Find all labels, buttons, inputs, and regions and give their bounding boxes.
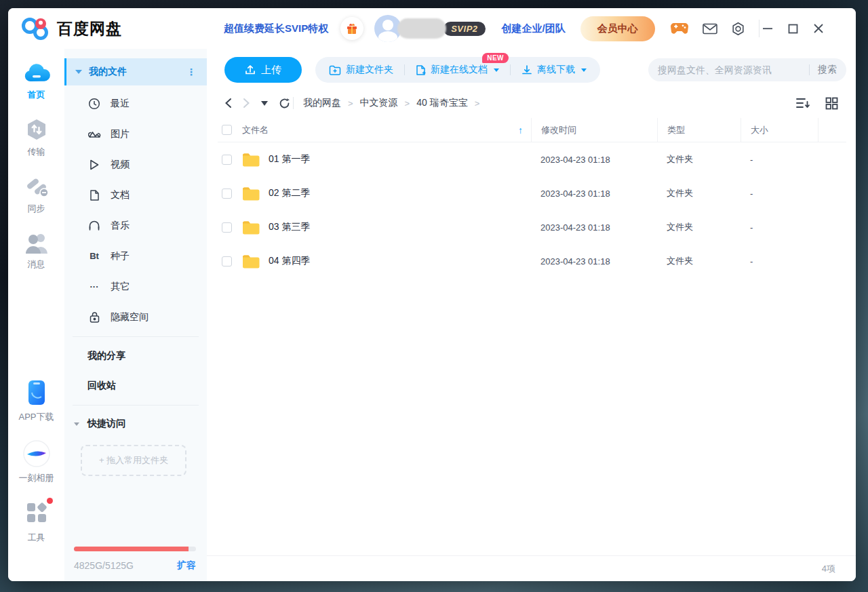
- file-size: -: [741, 155, 818, 165]
- nav-item-hidden-space[interactable]: 隐藏空间: [64, 302, 207, 332]
- file-name[interactable]: 03 第三季: [269, 221, 310, 233]
- nav-item-images[interactable]: 图片: [64, 119, 207, 149]
- table-row[interactable]: 01 第一季 2023-04-23 01:18 文件夹 -: [218, 142, 846, 176]
- titlebar: 百度网盘 超值续费延长SVIP特权 SVIP2 创建企业/团队 会员中心: [8, 8, 856, 49]
- transfer-icon: [25, 118, 48, 141]
- item-count: 4项: [822, 563, 835, 575]
- messages-icon: [24, 232, 49, 254]
- quick-access-drop-zone[interactable]: + 拖入常用文件夹: [81, 445, 186, 476]
- rail-item-home[interactable]: 首页: [8, 62, 64, 101]
- select-all-checkbox[interactable]: [222, 125, 232, 135]
- header-type[interactable]: 类型: [657, 118, 741, 142]
- new-doc-icon: [416, 64, 426, 76]
- forward-icon[interactable]: [243, 98, 250, 108]
- table-row[interactable]: 03 第三季 2023-04-23 01:18 文件夹 -: [218, 210, 846, 244]
- nav-item-others[interactable]: ··· 其它: [64, 271, 207, 302]
- back-icon[interactable]: [224, 98, 232, 108]
- header-modified[interactable]: 修改时间: [531, 118, 657, 142]
- file-modified: 2023-04-23 01:18: [531, 155, 657, 165]
- row-checkbox[interactable]: [222, 155, 232, 165]
- sort-ascending-icon[interactable]: ↑: [518, 125, 523, 136]
- collapse-caret-icon[interactable]: [75, 70, 82, 74]
- grid-view-icon[interactable]: [825, 97, 838, 110]
- svip-promo-link[interactable]: 超值续费延长SVIP特权: [224, 22, 328, 35]
- phone-app-icon: [26, 379, 47, 406]
- nav-item-my-files[interactable]: 我的文件 ⋮: [64, 58, 207, 85]
- upload-button[interactable]: 上传: [224, 57, 302, 83]
- file-type: 文件夹: [657, 153, 741, 165]
- nav-item-recycle-bin[interactable]: 回收站: [64, 371, 207, 401]
- nav-item-my-shares[interactable]: 我的分享: [64, 341, 207, 371]
- more-icon: ···: [87, 281, 101, 292]
- nav-section-quick-access[interactable]: 快捷访问: [64, 410, 207, 438]
- desktop-wallpaper: 百度网盘 超值续费延长SVIP特权 SVIP2 创建企业/团队 会员中心: [0, 0, 868, 592]
- maximize-button[interactable]: [788, 24, 798, 34]
- divider: [73, 405, 199, 406]
- rail-item-messages[interactable]: 消息: [8, 232, 64, 271]
- nav-item-documents[interactable]: 文档: [64, 180, 207, 210]
- file-type: 文件夹: [657, 255, 741, 267]
- games-icon[interactable]: [670, 22, 689, 35]
- file-name[interactable]: 04 第四季: [269, 255, 310, 267]
- breadcrumb-item[interactable]: 中文资源: [360, 97, 398, 109]
- create-team-link[interactable]: 创建企业/团队: [502, 22, 566, 35]
- rail-item-photos[interactable]: 一刻相册: [8, 440, 64, 484]
- nav-item-videos[interactable]: 视频: [64, 149, 207, 180]
- toolbar-separator: [510, 64, 511, 75]
- upload-icon: [245, 64, 256, 75]
- rail-item-tools[interactable]: 工具: [8, 501, 64, 544]
- search-input[interactable]: [658, 64, 801, 75]
- active-indicator-bar: [64, 58, 66, 85]
- header-filename[interactable]: 文件名: [242, 124, 269, 136]
- file-type: 文件夹: [657, 187, 741, 199]
- close-button[interactable]: [813, 23, 824, 34]
- breadcrumb-separator: [293, 97, 294, 109]
- sync-icon: [24, 175, 50, 198]
- rail-item-app-download[interactable]: APP下载: [8, 379, 64, 423]
- rail-label-photos: 一刻相册: [19, 472, 54, 484]
- new-folder-button[interactable]: 新建文件夹: [329, 64, 393, 76]
- download-icon: [521, 64, 532, 75]
- titlebar-separator: [759, 20, 760, 37]
- breadcrumb-item[interactable]: 40 瑞奇宝宝: [416, 97, 467, 109]
- table-row[interactable]: 02 第二季 2023-04-23 01:18 文件夹 -: [218, 176, 846, 210]
- mail-icon[interactable]: [703, 23, 717, 35]
- sort-list-icon[interactable]: [796, 97, 810, 109]
- file-table: 文件名 ↑ 修改时间 类型 大小 01 第一季 2023-04-23 01:18: [207, 118, 856, 555]
- new-online-doc-button[interactable]: NEW 新建在线文档: [416, 64, 499, 76]
- row-checkbox[interactable]: [222, 189, 232, 199]
- breadcrumb-item[interactable]: 我的网盘: [303, 97, 341, 109]
- file-modified: 2023-04-23 01:18: [531, 222, 657, 233]
- refresh-icon[interactable]: [279, 98, 290, 109]
- search-separator: [809, 64, 810, 75]
- rail-item-transfer[interactable]: 传输: [8, 118, 64, 158]
- breadcrumb: 我的网盘 > 中文资源 > 40 瑞奇宝宝 >: [303, 97, 479, 109]
- folder-icon: [242, 186, 260, 201]
- nav-item-recent[interactable]: 最近: [64, 88, 207, 119]
- history-caret-icon[interactable]: [261, 101, 268, 106]
- content-area: 上传 新建文件夹 NEW 新建在线文档: [207, 49, 856, 581]
- offline-download-button[interactable]: 离线下载: [521, 64, 587, 76]
- photos-album-icon: [23, 440, 50, 467]
- svip-level-badge[interactable]: SVIP2: [443, 22, 485, 36]
- row-checkbox[interactable]: [222, 256, 232, 267]
- search-button[interactable]: 搜索: [818, 64, 837, 76]
- nav-item-torrents[interactable]: Bt 种子: [64, 241, 207, 271]
- row-checkbox[interactable]: [222, 222, 232, 233]
- tools-grid-icon: [25, 501, 48, 524]
- header-size[interactable]: 大小: [741, 118, 818, 142]
- file-name[interactable]: 02 第二季: [269, 187, 310, 199]
- more-options-icon[interactable]: ⋮: [186, 68, 196, 75]
- storage-expand-link[interactable]: 扩容: [177, 559, 196, 572]
- settings-icon[interactable]: [731, 22, 745, 36]
- folder-icon: [242, 254, 260, 269]
- gift-icon[interactable]: [340, 17, 363, 40]
- nav-item-music[interactable]: 音乐: [64, 210, 207, 241]
- file-name[interactable]: 01 第一季: [269, 153, 310, 165]
- member-center-button[interactable]: 会员中心: [580, 16, 655, 41]
- minimize-button[interactable]: [762, 23, 773, 34]
- dropdown-caret-icon: [494, 68, 499, 72]
- rail-item-sync[interactable]: 同步: [8, 175, 64, 215]
- file-size: -: [741, 222, 818, 233]
- table-row[interactable]: 04 第四季 2023-04-23 01:18 文件夹 -: [218, 244, 846, 278]
